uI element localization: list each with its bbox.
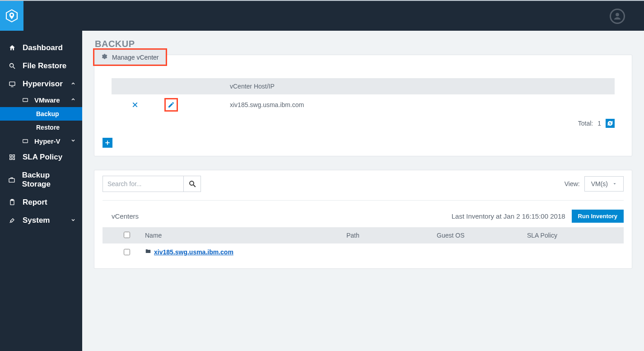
sidebar-item-label: Hypervisor	[23, 80, 63, 89]
view-label: View:	[565, 180, 580, 187]
sidebar-item-hypervisor[interactable]: Hypervisor	[0, 75, 82, 93]
sidebar-item-hyperv[interactable]: Hyper-V	[0, 134, 82, 148]
caret-down-icon	[612, 182, 617, 186]
delete-vcenter-button[interactable]	[130, 100, 140, 110]
vcenter-host-value: xiv185.swg.usma.ibm.com	[189, 101, 609, 108]
sidebar-item-restore[interactable]: Restore	[0, 121, 82, 134]
column-header-path: Path	[346, 232, 437, 239]
refresh-button[interactable]	[606, 119, 615, 128]
monitor-icon	[21, 138, 30, 145]
monitor-icon	[21, 97, 30, 103]
monitor-icon	[7, 80, 17, 88]
select-all-checkbox[interactable]	[124, 232, 130, 238]
chevron-down-icon	[70, 217, 76, 224]
sidebar-item-dashboard[interactable]: Dashboard	[0, 39, 82, 57]
svg-point-18	[190, 181, 194, 185]
home-icon	[7, 44, 17, 51]
run-inventory-button[interactable]: Run Inventory	[572, 210, 624, 223]
sidebar-item-file-restore[interactable]: File Restore	[0, 57, 82, 75]
svg-point-0	[616, 13, 619, 16]
search-wrap	[103, 176, 201, 192]
vcenter-link-label: xiv185.swg.usma.ibm.com	[154, 248, 233, 256]
inventory-row: xiv185.swg.usma.ibm.com	[103, 243, 624, 260]
sidebar-item-report[interactable]: Report	[0, 193, 82, 211]
view-selected: VM(s)	[591, 180, 608, 187]
search-button[interactable]	[184, 176, 201, 192]
inventory-toolbar: View: VM(s)	[103, 176, 624, 201]
sidebar-item-label: Backup Storage	[22, 171, 77, 189]
sidebar-item-system[interactable]: System	[0, 211, 82, 229]
edit-vcenter-button[interactable]	[164, 98, 178, 112]
sidebar-item-label: File Restore	[23, 61, 66, 70]
user-avatar[interactable]	[610, 9, 625, 24]
sidebar-item-vmware[interactable]: VMware	[0, 93, 82, 107]
svg-rect-7	[10, 155, 12, 157]
sidebar-item-label: Report	[23, 198, 47, 207]
svg-rect-8	[13, 155, 14, 157]
vcenter-table: vCenter Host/IP xiv185.swg.usma.ibm.com	[103, 78, 624, 128]
inventory-panel: View: VM(s) vCenters Last Inventory at J…	[94, 170, 632, 269]
svg-rect-10	[13, 158, 14, 159]
chevron-up-icon	[70, 97, 76, 103]
sidebar-item-label: VMware	[34, 96, 60, 104]
inventory-section-label: vCenters	[103, 212, 139, 220]
grid-icon	[7, 154, 17, 161]
sidebar-item-label: Dashboard	[23, 43, 63, 52]
view-dropdown[interactable]: VM(s)	[584, 176, 624, 192]
chevron-down-icon	[70, 138, 76, 145]
svg-rect-6	[23, 139, 28, 142]
svg-rect-5	[23, 98, 28, 101]
top-bar	[0, 0, 644, 31]
gear-icon	[101, 53, 107, 61]
vcenter-link[interactable]: xiv185.swg.usma.ibm.com	[145, 248, 233, 256]
sidebar-item-label: Backup	[36, 110, 59, 117]
row-checkbox[interactable]	[124, 249, 130, 255]
briefcase-icon	[7, 176, 17, 183]
chevron-up-icon	[70, 81, 76, 88]
manage-vcenter-button[interactable]: Manage vCenter	[94, 50, 166, 65]
inventory-grid-header: Name Path Guest OS SLA Policy	[103, 227, 624, 243]
sidebar-item-sla-policy[interactable]: SLA Policy	[0, 148, 82, 166]
vcenter-table-row: xiv185.swg.usma.ibm.com	[112, 94, 615, 115]
sidebar-item-label: Hyper-V	[34, 137, 61, 145]
column-header-guest: Guest OS	[437, 232, 527, 239]
column-header-name: Name	[145, 232, 346, 239]
sidebar-item-label: Restore	[36, 124, 60, 131]
sidebar-item-label: System	[23, 216, 50, 225]
svg-rect-9	[10, 158, 12, 159]
svg-line-2	[13, 67, 15, 69]
clipboard-icon	[7, 199, 17, 206]
vcenter-panel: Manage vCenter vCenter Host/IP	[94, 55, 632, 156]
svg-point-1	[10, 64, 14, 67]
app-logo[interactable]	[0, 1, 23, 31]
sidebar-item-backup-storage[interactable]: Backup Storage	[0, 166, 82, 193]
search-icon	[7, 62, 17, 70]
column-header-host: vCenter Host/IP	[189, 83, 609, 90]
total-value: 1	[597, 120, 601, 127]
vcenter-total-row: Total: 1	[112, 115, 615, 128]
svg-line-19	[193, 185, 196, 187]
sidebar: Dashboard File Restore Hypervisor VMware	[0, 31, 82, 351]
tools-icon	[7, 217, 17, 224]
column-header-sla: SLA Policy	[527, 232, 617, 239]
sidebar-item-backup[interactable]: Backup	[0, 107, 82, 121]
total-label: Total:	[578, 120, 593, 127]
vcenter-table-header: vCenter Host/IP	[112, 78, 615, 94]
manage-vcenter-label: Manage vCenter	[112, 54, 159, 61]
svg-rect-11	[9, 178, 14, 182]
sidebar-item-label: SLA Policy	[23, 153, 62, 162]
folder-icon	[145, 248, 151, 256]
search-input[interactable]	[103, 176, 184, 192]
inventory-status: Last Inventory at Jan 2 16:15:00 2018	[452, 212, 565, 220]
add-vcenter-button[interactable]	[103, 138, 112, 148]
svg-rect-3	[9, 82, 15, 85]
page-title: BACKUP	[95, 39, 632, 49]
main-content: BACKUP Manage vCenter vCenter Host/IP	[82, 31, 644, 351]
